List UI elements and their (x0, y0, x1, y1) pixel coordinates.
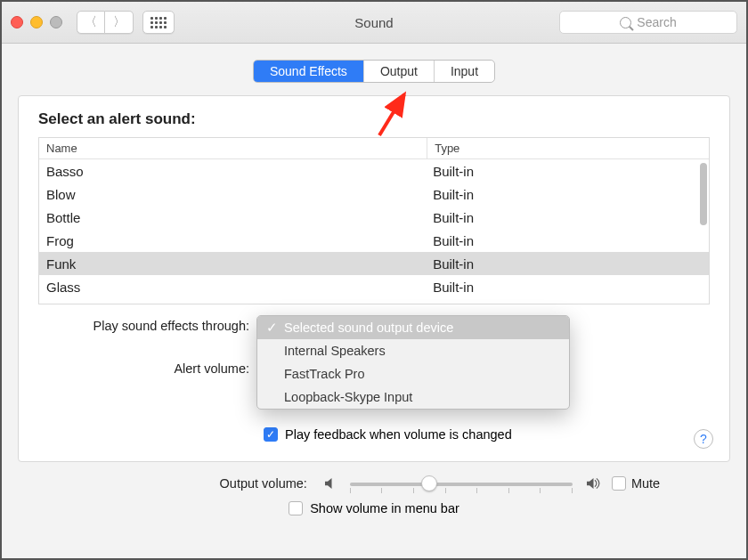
alert-volume-label: Alert volume: (65, 361, 256, 376)
tabs-container: Sound Effects Output Input (18, 60, 730, 83)
show-volume-menubar-checkbox[interactable] (289, 501, 303, 515)
tab-sound-effects[interactable]: Sound Effects (254, 61, 364, 82)
alert-sound-table: Name Type BassoBuilt-in BlowBuilt-in Bot… (38, 137, 710, 304)
table-header: Name Type (39, 138, 709, 159)
tab-input[interactable]: Input (435, 61, 494, 82)
menu-item-internal-speakers[interactable]: Internal Speakers (257, 339, 569, 362)
feedback-row: ✓ Play feedback when volume is changed (264, 427, 710, 442)
show-volume-menubar-label: Show volume in menu bar (310, 501, 459, 515)
alert-sound-heading: Select an alert sound: (38, 110, 710, 128)
table-row: FunkBuilt-in (39, 252, 709, 275)
output-volume-slider[interactable] (350, 475, 573, 492)
show-all-button[interactable] (142, 11, 175, 34)
play-through-dropdown[interactable]: Selected sound output device Internal Sp… (256, 315, 570, 337)
forward-button[interactable]: 〉 (105, 11, 134, 34)
minimize-window-button[interactable] (30, 16, 43, 28)
table-scrollbar[interactable] (700, 163, 707, 225)
help-button[interactable]: ? (694, 429, 713, 449)
mute-label: Mute (631, 476, 660, 491)
sound-effects-panel: Select an alert sound: Name Type BassoBu… (18, 95, 730, 462)
search-input[interactable]: Search (559, 11, 737, 34)
close-window-button[interactable] (11, 16, 23, 28)
play-through-menu: Selected sound output device Internal Sp… (256, 315, 570, 410)
content-area: Sound Effects Output Input Select an ale… (2, 44, 746, 558)
nav-group: 〈 〉 (77, 11, 134, 34)
search-icon (620, 17, 631, 28)
tab-output[interactable]: Output (364, 61, 435, 82)
table-row: GlassBuilt-in (39, 275, 709, 298)
back-button[interactable]: 〈 (77, 11, 105, 34)
zoom-window-button[interactable] (50, 16, 62, 28)
feedback-label: Play feedback when volume is changed (285, 427, 512, 442)
form-rows: Play sound effects through: Selected sou… (65, 315, 710, 376)
table-row: FrogBuilt-in (39, 229, 709, 252)
output-volume-label: Output volume: (88, 476, 311, 491)
speaker-high-icon (583, 475, 601, 491)
chevron-right-icon: 〉 (113, 14, 126, 30)
menu-item-loopback-skype[interactable]: Loopback-Skype Input (257, 386, 569, 409)
column-type[interactable]: Type (427, 138, 709, 158)
speaker-low-icon (321, 475, 339, 491)
menu-item-fasttrack-pro[interactable]: FastTrack Pro (257, 362, 569, 386)
column-name[interactable]: Name (39, 138, 427, 158)
table-row: BottleBuilt-in (39, 206, 709, 229)
titlebar: 〈 〉 Sound Search (2, 2, 746, 44)
output-volume-row: Output volume: Mute (18, 475, 730, 492)
menu-item-selected-output[interactable]: Selected sound output device (257, 316, 569, 339)
play-through-label: Play sound effects through: (65, 319, 256, 333)
tab-segment: Sound Effects Output Input (253, 60, 495, 83)
mute-group: Mute (612, 476, 660, 491)
table-row: BassoBuilt-in (39, 159, 709, 183)
table-body[interactable]: BassoBuilt-in BlowBuilt-in BottleBuilt-i… (39, 159, 709, 304)
window-controls (11, 16, 62, 28)
sound-preferences-window: 〈 〉 Sound Search Sound Effects Output In… (0, 0, 748, 560)
grid-icon (150, 17, 167, 28)
play-through-row: Play sound effects through: Selected sou… (65, 315, 710, 337)
search-placeholder: Search (637, 15, 676, 29)
mute-checkbox[interactable] (612, 476, 626, 491)
slider-knob[interactable] (421, 475, 437, 491)
chevron-left-icon: 〈 (85, 14, 97, 30)
table-row: BlowBuilt-in (39, 183, 709, 206)
feedback-checkbox[interactable]: ✓ (264, 427, 278, 442)
bottom-area: Output volume: Mute Show volume in menu … (18, 475, 730, 515)
menubar-row: Show volume in menu bar (289, 501, 459, 515)
